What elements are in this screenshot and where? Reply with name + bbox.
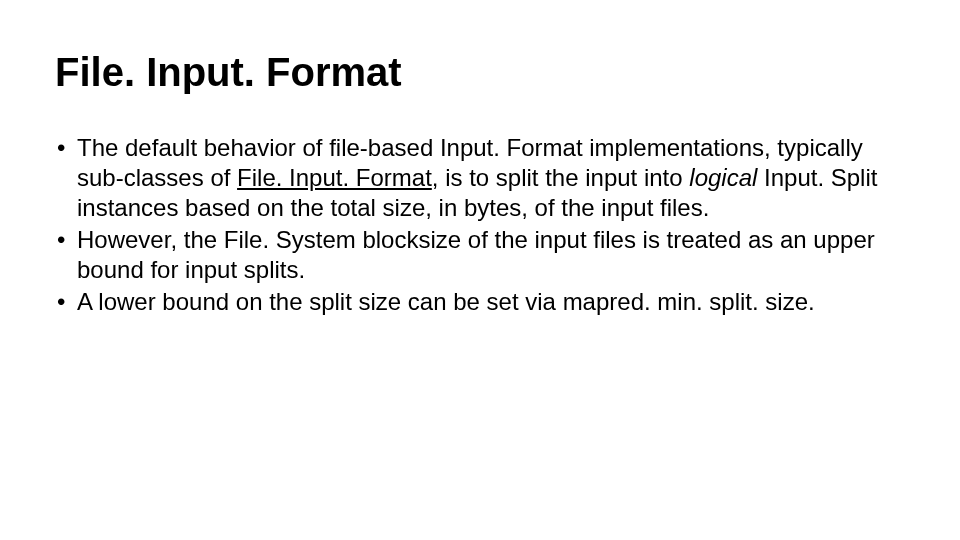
bullet-text: However, the File. System blocksize of t…: [77, 226, 875, 283]
list-item: A lower bound on the split size can be s…: [55, 287, 905, 317]
italic-text: logical: [689, 164, 757, 191]
page-title: File. Input. Format: [55, 50, 905, 95]
body-text: The default behavior of file-based Input…: [55, 133, 905, 317]
bullet-text: A lower bound on the split size can be s…: [77, 288, 815, 315]
bullet-text: , is to split the input into: [432, 164, 689, 191]
slide: File. Input. Format The default behavior…: [0, 0, 960, 540]
link-fileinputformat[interactable]: File. Input. Format: [237, 164, 432, 191]
list-item: The default behavior of file-based Input…: [55, 133, 905, 223]
list-item: However, the File. System blocksize of t…: [55, 225, 905, 285]
bullet-list: The default behavior of file-based Input…: [55, 133, 905, 317]
